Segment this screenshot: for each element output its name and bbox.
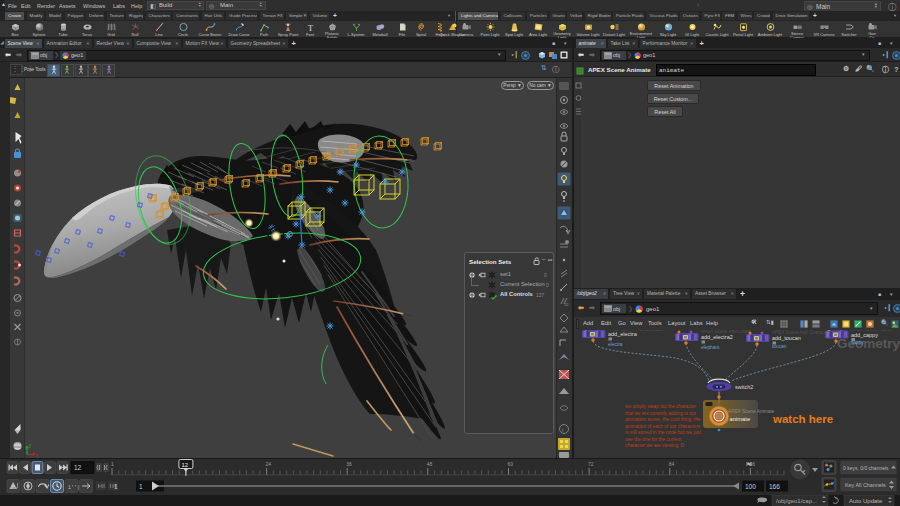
- svg-text:T: T: [307, 23, 313, 32]
- svg-text:12: 12: [74, 464, 82, 471]
- svg-text:toucan: toucan: [772, 344, 787, 349]
- svg-text:100: 100: [745, 483, 756, 490]
- svg-text:60: 60: [508, 461, 514, 467]
- svg-text:use the one for the current: use the one for the current: [625, 437, 682, 442]
- svg-text:48: 48: [427, 461, 433, 467]
- svg-text:12: 12: [181, 462, 188, 468]
- svg-text:24: 24: [266, 461, 272, 467]
- svg-text:36: 36: [346, 461, 352, 467]
- svg-text:elephant: elephant: [701, 345, 720, 350]
- svg-text:animation scene. the cool thin: animation scene. the cool thing: the: [625, 417, 701, 422]
- svg-text:72: 72: [588, 461, 594, 467]
- svg-text:add_cappy: add_cappy: [851, 332, 878, 338]
- svg-text:/obj/geo1/cap...: /obj/geo1/cap...: [776, 498, 817, 504]
- svg-text:0 keys, 0/0 channels: 0 keys, 0/0 channels: [843, 465, 889, 471]
- svg-text:watch here: watch here: [772, 413, 833, 425]
- svg-text:character we are viewing :D: character we are viewing :D: [625, 443, 685, 448]
- svg-text:animation of each of our chara: animation of each of our characters: [625, 424, 701, 429]
- svg-text:i: i: [562, 427, 563, 433]
- svg-text:electra: electra: [608, 342, 623, 347]
- svg-text:1: 1: [114, 483, 118, 490]
- svg-text:add_electra2: add_electra2: [701, 334, 733, 340]
- svg-text:1: 1: [111, 461, 114, 467]
- svg-text:is still stored in the node bu: is still stored in the node but we just: [625, 430, 701, 435]
- svg-text:166: 166: [769, 483, 780, 490]
- svg-text:1: 1: [139, 483, 143, 490]
- svg-text:cappy: cappy: [851, 340, 864, 345]
- svg-text:APEX Scene Animate: APEX Scene Animate: [728, 409, 775, 414]
- svg-text:that we are curently adding to: that we are curently adding to our: [625, 411, 697, 416]
- svg-text:Auto Update: Auto Update: [849, 498, 883, 504]
- svg-text:animate: animate: [730, 416, 751, 422]
- svg-text:Key All Channels: Key All Channels: [845, 482, 886, 488]
- svg-text:we simply swap out the charact: we simply swap out the character: [625, 404, 696, 409]
- svg-text:1''|: 1''|: [68, 485, 80, 491]
- svg-text:12: 12: [564, 302, 569, 307]
- svg-text:add_toucan: add_toucan: [772, 335, 801, 341]
- svg-text:APEX Scene Add Character: APEX Scene Add Character: [772, 330, 830, 335]
- svg-text:84: 84: [669, 461, 675, 467]
- svg-text:switch2: switch2: [735, 384, 753, 390]
- svg-text:add_electra: add_electra: [608, 331, 638, 337]
- svg-text:y: y: [29, 443, 32, 448]
